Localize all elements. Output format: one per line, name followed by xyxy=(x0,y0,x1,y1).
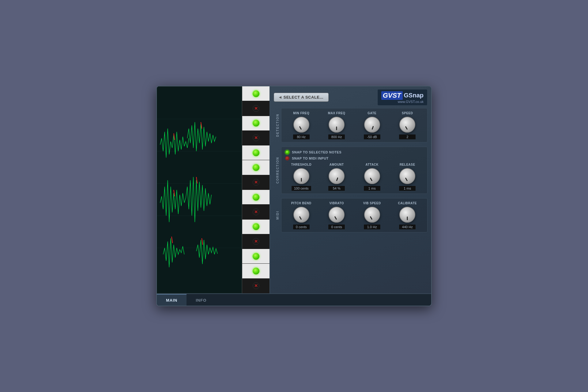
piano-key-6[interactable]: ✕ xyxy=(242,175,270,190)
knob-detection-knobs-3[interactable] xyxy=(399,117,415,133)
knob-group-detection-knobs-1: Max Freq800 Hz xyxy=(321,111,353,140)
knob-value-midi-knobs-0: 0 cents xyxy=(293,224,310,230)
key-indicator-12 xyxy=(253,268,259,274)
knob-label-midi-knobs-2: Vib Speed xyxy=(363,202,381,205)
key-indicator-11 xyxy=(253,253,259,260)
key-indicator-0 xyxy=(253,90,259,97)
knob-group-correction-knobs-1: Amount54 % xyxy=(321,163,353,191)
key-indicator-1: ✕ xyxy=(253,105,259,112)
piano-keys: ✕✕✕✕✕✕ xyxy=(242,86,270,293)
option-text-0: Snap to Selected Notes xyxy=(292,150,341,154)
knob-label-correction-knobs-3: Release xyxy=(400,163,415,166)
knob-group-detection-knobs-3: Speed2 xyxy=(391,111,424,140)
tab-main[interactable]: Main xyxy=(157,294,187,306)
tab-info[interactable]: Info xyxy=(187,294,216,306)
knob-label-correction-knobs-1: Amount xyxy=(330,163,344,166)
key-indicator-13: ✕ xyxy=(253,282,259,289)
knob-value-correction-knobs-2: 1 ms xyxy=(364,186,381,191)
key-indicator-5 xyxy=(253,164,259,171)
correction-section: Correction Snap to Selected NotesSnap to… xyxy=(274,147,428,194)
knob-label-detection-knobs-0: Min Freq xyxy=(293,111,309,115)
knob-midi-knobs-0[interactable] xyxy=(293,207,309,223)
piano-key-0[interactable] xyxy=(242,86,270,101)
knob-correction-knobs-1[interactable] xyxy=(329,168,345,184)
piano-key-13[interactable]: ✕ xyxy=(242,279,270,293)
correction-option-1[interactable]: Snap to MIDI Input xyxy=(285,156,424,160)
detection-label-col: Detection xyxy=(274,108,281,142)
sections-wrapper: Detection Min Freq80 HzMax Freq800 HzGat… xyxy=(274,108,428,291)
key-indicator-6: ✕ xyxy=(253,179,259,186)
knob-detection-knobs-2[interactable] xyxy=(364,117,380,133)
piano-key-7[interactable] xyxy=(242,190,270,205)
knob-label-detection-knobs-2: Gate xyxy=(368,111,376,115)
radio-indicator-1 xyxy=(285,156,289,160)
detection-knob-row: Min Freq80 HzMax Freq800 HzGate-50 dBSpe… xyxy=(285,111,424,140)
waveform-display xyxy=(157,86,242,293)
piano-key-12[interactable] xyxy=(242,264,270,278)
key-indicator-4 xyxy=(253,149,259,156)
svg-line-10 xyxy=(202,238,203,245)
piano-key-3[interactable]: ✕ xyxy=(242,131,270,145)
left-panel: ✕✕✕✕✕✕ xyxy=(157,86,270,293)
correction-option-0[interactable]: Snap to Selected Notes xyxy=(285,150,424,154)
knob-detection-knobs-1[interactable] xyxy=(329,117,345,133)
footer-tabs: MainInfo xyxy=(157,293,431,306)
piano-key-9[interactable] xyxy=(242,220,270,234)
knob-value-correction-knobs-1: 54 % xyxy=(328,186,345,191)
piano-key-1[interactable]: ✕ xyxy=(242,101,270,116)
piano-key-8[interactable]: ✕ xyxy=(242,205,270,219)
gsnap-label: GSnap xyxy=(404,92,424,99)
knob-label-correction-knobs-2: Attack xyxy=(365,163,379,166)
brand-url: www.GVST.co.uk xyxy=(381,100,424,104)
knob-midi-knobs-3[interactable] xyxy=(399,207,415,223)
detection-section: Detection Min Freq80 HzMax Freq800 HzGat… xyxy=(274,108,428,142)
right-panel: Select a Scale... GVST GSnap www.GVST.co… xyxy=(270,86,431,293)
radio-indicator-0 xyxy=(285,150,289,154)
detection-content: Min Freq80 HzMax Freq800 HzGate-50 dBSpe… xyxy=(281,108,428,142)
knob-value-midi-knobs-1: 0 cents xyxy=(328,224,345,230)
key-indicator-7 xyxy=(253,194,259,201)
knob-correction-knobs-2[interactable] xyxy=(364,168,380,184)
correction-label-col: Correction xyxy=(274,147,281,194)
correction-options: Snap to Selected NotesSnap to MIDI Input xyxy=(285,150,424,160)
select-scale-button[interactable]: Select a Scale... xyxy=(274,93,329,102)
midi-knob-row: Pitch Bend0 centsVibrato0 centsVib Speed… xyxy=(285,202,424,230)
knob-group-detection-knobs-0: Min Freq80 Hz xyxy=(285,111,318,140)
header-row: Select a Scale... GVST GSnap www.GVST.co… xyxy=(274,89,428,106)
piano-key-4[interactable] xyxy=(242,145,270,160)
knob-midi-knobs-2[interactable] xyxy=(364,207,380,223)
piano-key-5[interactable] xyxy=(242,160,270,175)
key-indicator-10: ✕ xyxy=(253,238,259,245)
key-indicator-9 xyxy=(253,223,259,230)
knob-group-correction-knobs-2: Attack1 ms xyxy=(356,163,388,191)
knob-group-midi-knobs-3: Calibrate440 Hz xyxy=(391,202,424,230)
detection-label: Detection xyxy=(276,114,279,137)
correction-label: Correction xyxy=(276,157,279,183)
knob-value-detection-knobs-3: 2 xyxy=(399,134,416,140)
knob-group-correction-knobs-3: Release1 ms xyxy=(391,163,424,191)
piano-key-10[interactable]: ✕ xyxy=(242,234,270,249)
knob-value-correction-knobs-3: 1 ms xyxy=(399,186,416,191)
knob-label-detection-knobs-3: Speed xyxy=(402,111,413,115)
correction-content: Snap to Selected NotesSnap to MIDI Input… xyxy=(281,147,428,194)
knob-label-correction-knobs-0: Threshold xyxy=(291,163,311,166)
piano-key-11[interactable] xyxy=(242,249,270,264)
knob-group-detection-knobs-2: Gate-50 dB xyxy=(356,111,388,140)
knob-label-midi-knobs-0: Pitch Bend xyxy=(291,202,311,205)
piano-key-2[interactable] xyxy=(242,116,270,131)
knob-correction-knobs-0[interactable] xyxy=(293,168,309,184)
knob-midi-knobs-1[interactable] xyxy=(329,207,345,223)
midi-label: MIDI xyxy=(276,211,279,220)
brand-title: GVST GSnap xyxy=(381,91,424,100)
gvst-label: GVST xyxy=(381,91,403,100)
knob-value-midi-knobs-3: 440 Hz xyxy=(399,224,416,230)
option-text-1: Snap to MIDI Input xyxy=(292,156,329,160)
knob-correction-knobs-3[interactable] xyxy=(399,168,415,184)
midi-section: MIDI Pitch Bend0 centsVibrato0 centsVib … xyxy=(274,198,428,232)
svg-line-9 xyxy=(172,237,172,243)
key-indicator-2 xyxy=(253,120,259,126)
plugin-window: ✕✕✕✕✕✕ Select a Scale... GVST GSnap www.… xyxy=(156,86,432,306)
knob-value-detection-knobs-2: -50 dB xyxy=(364,134,381,140)
correction-knob-row: Threshold100 centsAmount54 %Attack1 msRe… xyxy=(285,163,424,191)
knob-detection-knobs-0[interactable] xyxy=(293,117,309,133)
